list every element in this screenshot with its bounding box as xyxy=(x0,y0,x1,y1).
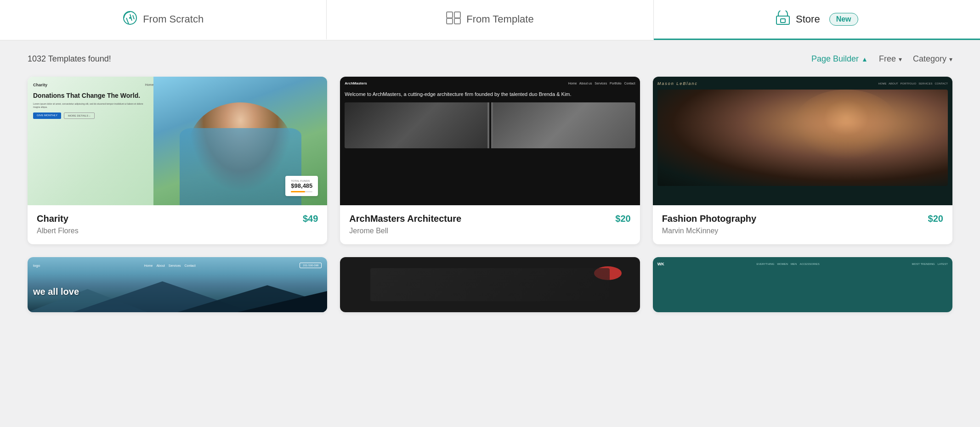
fashion-price: $20 xyxy=(928,214,943,224)
filter-controls: Page Builder ▲ Free ▾ Category ▾ xyxy=(811,54,952,64)
fashion2-brand: WK xyxy=(657,262,664,266)
mountain-nav-links: HomeAboutServicesContact xyxy=(144,264,196,267)
fashion-nav: Mason LeBlanc HOME ABOUT PORTFOLIO SERVI… xyxy=(657,81,948,86)
results-count: 1032 Templates found! xyxy=(28,54,111,64)
svg-point-1 xyxy=(129,17,131,19)
arch-author: Jerome Bell xyxy=(349,227,630,235)
fashion-portrait xyxy=(657,90,948,186)
svg-rect-2 xyxy=(447,12,453,18)
template-card-fashion[interactable]: Mason LeBlanc HOME ABOUT PORTFOLIO SERVI… xyxy=(653,77,952,244)
template-card-archmasters[interactable]: ArchMasters Home About us Services Portf… xyxy=(340,77,640,244)
charity-title: Charity xyxy=(37,214,68,224)
mountain-brand: logo xyxy=(33,264,40,268)
template-card-charity[interactable]: Charity Home Causes Pages Blog Contact 🔍… xyxy=(28,77,327,244)
mountain-hero: we all love xyxy=(33,287,322,297)
dark-thumbnail xyxy=(340,257,640,312)
charity-brand: Charity xyxy=(33,83,47,87)
main-content: 1032 Templates found! Page Builder ▲ Fre… xyxy=(0,40,980,326)
page-builder-arrow-up-icon: ▲ xyxy=(861,56,868,63)
svg-rect-5 xyxy=(454,18,460,24)
template-grid: Charity Home Causes Pages Blog Contact 🔍… xyxy=(28,77,952,244)
svg-rect-4 xyxy=(447,18,453,24)
charity-more-btn: MORE DETAILS ↓ xyxy=(64,112,95,119)
charity-card-info: Charity $49 Albert Flores xyxy=(28,205,327,244)
svg-rect-7 xyxy=(781,19,785,22)
from-template-label: From Template xyxy=(466,13,533,25)
fashion-author: Marvin McKinney xyxy=(662,227,943,235)
arch-title-row: ArchMasters Architecture $20 xyxy=(349,214,630,224)
charity-fund-card: TOTAL FUNDS $98,485 xyxy=(285,176,318,196)
fashion-nav-links: HOME ABOUT PORTFOLIO SERVICES CONTACT xyxy=(878,82,948,85)
store-label: Store xyxy=(796,13,820,25)
tab-store[interactable]: Store New xyxy=(654,0,980,40)
from-scratch-label: From Scratch xyxy=(143,13,204,25)
tab-from-template[interactable]: From Template xyxy=(327,0,653,40)
arch-image xyxy=(345,102,635,148)
arch-card-info: ArchMasters Architecture $20 Jerome Bell xyxy=(340,205,640,244)
svg-rect-6 xyxy=(776,16,789,24)
category-filter[interactable]: Category ▾ xyxy=(913,54,952,64)
arch-thumbnail: ArchMasters Home About us Services Portf… xyxy=(340,77,640,205)
mountain-thumbnail: logo HomeAboutServicesContact 201-500-09… xyxy=(28,257,327,312)
charity-body: Lorem ipsum dolor sit amet, consectetur … xyxy=(33,102,148,109)
mountain-inner: logo HomeAboutServicesContact 201-500-09… xyxy=(28,257,327,312)
arch-hero: Welcome to ArchMasters, a cutting-edge a… xyxy=(345,91,635,98)
arch-img-left xyxy=(345,102,487,148)
fashion-brand: Mason LeBlanc xyxy=(657,81,698,86)
page-builder-label: Page Builder xyxy=(811,54,859,64)
svg-rect-3 xyxy=(454,12,460,18)
tab-from-scratch[interactable]: From Scratch xyxy=(0,0,327,40)
page-builder-filter[interactable]: Page Builder ▲ xyxy=(811,54,868,64)
fashion2-nav-links: EVERYTHINGWOMENMENACCESSORIES xyxy=(757,263,820,265)
dark-inner xyxy=(340,257,640,312)
wordpress-icon xyxy=(123,11,137,28)
arch-img-right xyxy=(493,102,635,148)
filters-bar: 1032 Templates found! Page Builder ▲ Fre… xyxy=(28,54,952,64)
template-icon xyxy=(446,11,461,28)
arch-nav: ArchMasters Home About us Services Portf… xyxy=(345,81,635,85)
fashion2-nav: WK EVERYTHINGWOMENMENACCESSORIES MOST TR… xyxy=(657,262,948,266)
free-label: Free xyxy=(879,54,896,64)
fashion2-thumbnail: WK EVERYTHINGWOMENMENACCESSORIES MOST TR… xyxy=(653,257,952,312)
category-label: Category xyxy=(913,54,946,64)
charity-price: $49 xyxy=(303,214,318,224)
free-filter[interactable]: Free ▾ xyxy=(879,54,902,64)
template-card-fashion2[interactable]: WK EVERYTHINGWOMENMENACCESSORIES MOST TR… xyxy=(653,257,952,312)
fund-bar-fill xyxy=(291,191,305,192)
charity-author: Albert Flores xyxy=(37,227,318,235)
fund-amount: $98,485 xyxy=(291,182,312,189)
new-badge: New xyxy=(829,13,858,26)
template-card-dark[interactable] xyxy=(340,257,640,312)
category-arrow-down-icon: ▾ xyxy=(949,56,952,63)
arch-price: $20 xyxy=(615,214,630,224)
charity-title-row: Charity $49 xyxy=(37,214,318,224)
arch-headline: Welcome to ArchMasters, a cutting-edge a… xyxy=(345,91,635,98)
template-grid-bottom: logo HomeAboutServicesContact 201-500-09… xyxy=(28,257,952,312)
top-navigation: From Scratch From Template Store New xyxy=(0,0,980,40)
fashion-thumbnail: Mason LeBlanc HOME ABOUT PORTFOLIO SERVI… xyxy=(653,77,952,205)
arch-nav-links: Home About us Services Portfolio Contact xyxy=(568,82,635,85)
arch-title: ArchMasters Architecture xyxy=(349,214,461,224)
charity-hero: Donations That Change The World. xyxy=(33,91,163,100)
fashion-card-info: Fashion Photography $20 Marvin McKinney xyxy=(653,205,952,244)
mountain-contact-btn: 201-500-098 xyxy=(300,263,322,268)
fund-bar xyxy=(291,191,312,192)
fashion-title-row: Fashion Photography $20 xyxy=(662,214,943,224)
arch-brand: ArchMasters xyxy=(345,81,367,85)
mountain-nav: logo HomeAboutServicesContact 201-500-09… xyxy=(33,263,322,268)
charity-thumbnail: Charity Home Causes Pages Blog Contact 🔍… xyxy=(28,77,327,205)
store-icon xyxy=(776,11,790,28)
template-card-mountain[interactable]: logo HomeAboutServicesContact 201-500-09… xyxy=(28,257,327,312)
fashion-title: Fashion Photography xyxy=(662,214,757,224)
charity-give-btn: GIVE MONTHLY xyxy=(33,112,61,119)
free-arrow-down-icon: ▾ xyxy=(899,56,902,63)
fashion2-inner: WK EVERYTHINGWOMENMENACCESSORIES MOST TR… xyxy=(653,257,952,312)
